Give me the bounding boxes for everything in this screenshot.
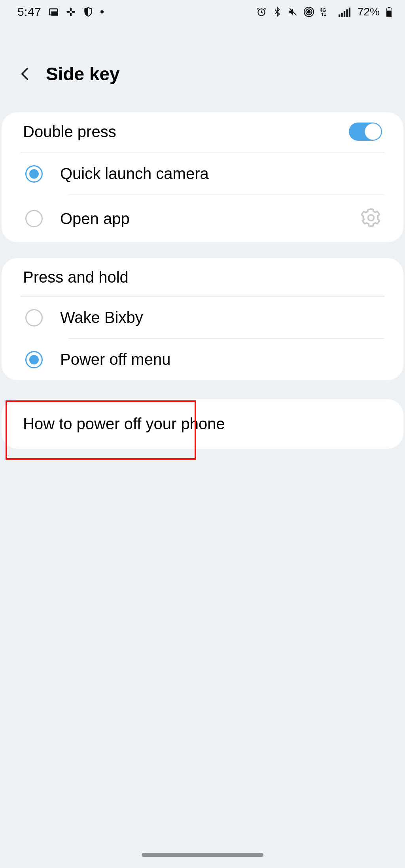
network-type-icon: 4G	[320, 7, 333, 17]
svg-rect-15	[349, 8, 350, 17]
status-bar: 5:47 4G 72%	[0, 0, 405, 24]
how-to-power-off-card[interactable]: How to power off your phone	[2, 399, 403, 449]
double-press-toggle[interactable]	[349, 123, 382, 141]
hotspot-icon	[304, 7, 314, 17]
radio-wake-bixby[interactable]	[25, 309, 43, 326]
svg-rect-3	[70, 13, 72, 16]
notification-dot-icon	[100, 10, 104, 13]
mute-icon	[288, 7, 298, 17]
page-title: Side key	[46, 63, 120, 85]
option-label: Quick launch camera	[60, 165, 209, 183]
svg-rect-4	[67, 11, 70, 13]
svg-rect-2	[70, 8, 72, 11]
svg-text:4G: 4G	[320, 8, 326, 13]
page-header: Side key	[0, 63, 405, 85]
battery-percent: 72%	[358, 6, 380, 18]
radio-power-off-menu[interactable]	[25, 351, 43, 368]
alarm-icon	[256, 7, 267, 17]
gear-icon	[360, 207, 382, 229]
svg-rect-11	[339, 14, 340, 17]
svg-rect-18	[387, 11, 392, 17]
option-open-app[interactable]: Open app	[2, 195, 403, 242]
svg-rect-14	[346, 9, 348, 17]
home-indicator[interactable]	[142, 853, 263, 857]
how-to-power-off-title: How to power off your phone	[23, 415, 225, 432]
cast-icon	[48, 7, 59, 17]
svg-rect-13	[344, 11, 345, 17]
option-label: Open app	[60, 210, 130, 228]
double-press-card: Double press Quick launch camera Open ap…	[2, 112, 403, 242]
option-power-off-menu[interactable]: Power off menu	[2, 339, 403, 380]
option-label: Power off menu	[60, 351, 170, 368]
double-press-title: Double press	[23, 123, 116, 141]
slack-icon	[66, 7, 76, 17]
press-and-hold-title: Press and hold	[23, 268, 129, 286]
svg-rect-5	[72, 11, 76, 13]
svg-point-19	[368, 215, 374, 221]
option-wake-bixby[interactable]: Wake Bixby	[2, 297, 403, 338]
svg-rect-12	[341, 13, 343, 17]
status-time: 5:47	[17, 5, 41, 19]
shield-icon	[83, 7, 93, 17]
bluetooth-icon	[272, 7, 282, 17]
battery-icon	[385, 7, 393, 17]
radio-open-app[interactable]	[25, 210, 43, 227]
signal-icon	[339, 7, 350, 17]
svg-rect-1	[51, 11, 58, 16]
press-and-hold-card: Press and hold Wake Bixby Power off menu	[2, 258, 403, 380]
option-quick-launch-camera[interactable]: Quick launch camera	[2, 153, 403, 194]
option-label: Wake Bixby	[60, 309, 143, 326]
back-icon[interactable]	[17, 66, 33, 82]
svg-point-7	[308, 11, 310, 13]
open-app-settings[interactable]	[360, 207, 382, 230]
radio-quick-launch-camera[interactable]	[25, 165, 43, 183]
